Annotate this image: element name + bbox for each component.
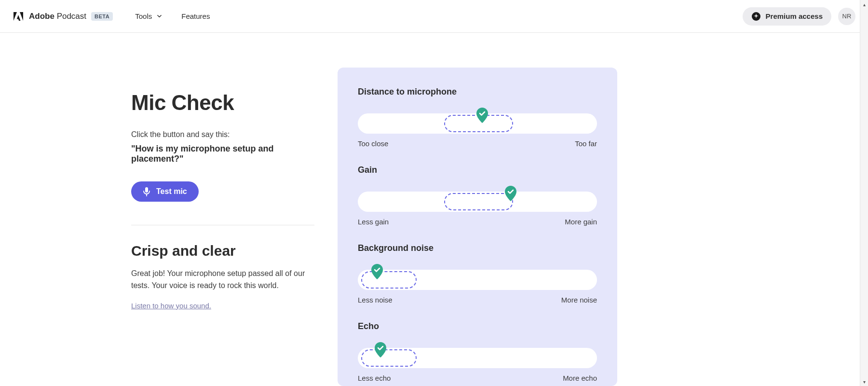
track-label-left: Less noise bbox=[358, 296, 393, 304]
main: Mic Check Click the button and say this:… bbox=[0, 33, 868, 386]
header-left: Adobe Podcast BETA Tools Features bbox=[13, 11, 210, 22]
track-label-right: More echo bbox=[563, 374, 597, 382]
marker-pin-icon bbox=[371, 264, 383, 279]
test-mic-button[interactable]: Test mic bbox=[131, 181, 199, 202]
target-zone bbox=[444, 193, 514, 210]
scroll-down-arrow[interactable]: ▾ bbox=[860, 377, 868, 386]
metric-track bbox=[358, 265, 597, 285]
scroll-up-arrow[interactable]: ▴ bbox=[860, 0, 868, 9]
divider bbox=[131, 225, 314, 225]
marker-pin-icon bbox=[375, 342, 386, 358]
app-header: Adobe Podcast BETA Tools Features Premiu… bbox=[0, 0, 868, 33]
brand-light: Podcast bbox=[57, 12, 86, 21]
test-phrase: "How is my microphone setup and placemen… bbox=[131, 144, 314, 164]
metric-distance-to-microphone: Distance to microphoneToo closeToo far bbox=[358, 87, 597, 148]
track-label-left: Less gain bbox=[358, 218, 389, 226]
track-labels: Less echoMore echo bbox=[358, 374, 597, 382]
page-title: Mic Check bbox=[131, 91, 314, 115]
listen-link[interactable]: Listen to how you sound. bbox=[131, 302, 211, 310]
avatar-initials: NR bbox=[842, 13, 852, 20]
metric-title: Distance to microphone bbox=[358, 87, 597, 97]
nav-tools-label: Tools bbox=[135, 12, 152, 20]
scrollbar[interactable]: ▴ ▾ bbox=[860, 0, 868, 386]
header-right: Premium access NR bbox=[743, 7, 855, 26]
metric-title: Background noise bbox=[358, 243, 597, 253]
metric-title: Gain bbox=[358, 165, 597, 175]
globe-sparkle-icon bbox=[751, 12, 761, 21]
metric-title: Echo bbox=[358, 321, 597, 331]
target-zone bbox=[361, 271, 416, 289]
metric-track bbox=[358, 187, 597, 207]
chevron-down-icon bbox=[157, 14, 162, 19]
premium-label: Premium access bbox=[766, 12, 823, 20]
adobe-logo-icon bbox=[13, 11, 24, 22]
marker-pin-icon bbox=[505, 186, 516, 201]
nav-features[interactable]: Features bbox=[181, 12, 210, 20]
brand-strong: Adobe bbox=[29, 12, 54, 21]
nav-tools[interactable]: Tools bbox=[135, 12, 162, 20]
svg-rect-1 bbox=[145, 187, 148, 193]
track-label-left: Too close bbox=[358, 139, 388, 148]
brand[interactable]: Adobe Podcast BETA bbox=[13, 11, 113, 22]
metric-background-noise: Background noiseLess noiseMore noise bbox=[358, 243, 597, 304]
marker-pin-icon bbox=[476, 108, 488, 123]
metric-track bbox=[358, 343, 597, 363]
left-column: Mic Check Click the button and say this:… bbox=[0, 33, 338, 386]
result-body: Great job! Your microphone setup passed … bbox=[131, 268, 314, 292]
nav: Tools Features bbox=[135, 12, 210, 20]
metric-echo: EchoLess echoMore echo bbox=[358, 321, 597, 382]
track-label-right: Too far bbox=[575, 139, 597, 148]
track-labels: Less noiseMore noise bbox=[358, 296, 597, 304]
nav-features-label: Features bbox=[181, 12, 210, 20]
track-labels: Less gainMore gain bbox=[358, 218, 597, 226]
premium-access-button[interactable]: Premium access bbox=[743, 7, 831, 26]
metric-track bbox=[358, 109, 597, 129]
target-zone bbox=[361, 349, 416, 367]
result-title: Crisp and clear bbox=[131, 243, 314, 259]
scroll-track[interactable] bbox=[860, 9, 868, 377]
instruction-text: Click the button and say this: bbox=[131, 130, 314, 139]
track-labels: Too closeToo far bbox=[358, 139, 597, 148]
beta-badge: BETA bbox=[91, 12, 113, 21]
track-label-right: More noise bbox=[561, 296, 597, 304]
test-mic-label: Test mic bbox=[156, 187, 187, 196]
mic-icon bbox=[143, 187, 150, 196]
avatar[interactable]: NR bbox=[838, 8, 855, 25]
metrics-panel: Distance to microphoneToo closeToo farGa… bbox=[338, 68, 617, 386]
track-label-left: Less echo bbox=[358, 374, 391, 382]
track-label-right: More gain bbox=[565, 218, 597, 226]
metric-gain: GainLess gainMore gain bbox=[358, 165, 597, 226]
brand-text: Adobe Podcast bbox=[29, 12, 86, 21]
